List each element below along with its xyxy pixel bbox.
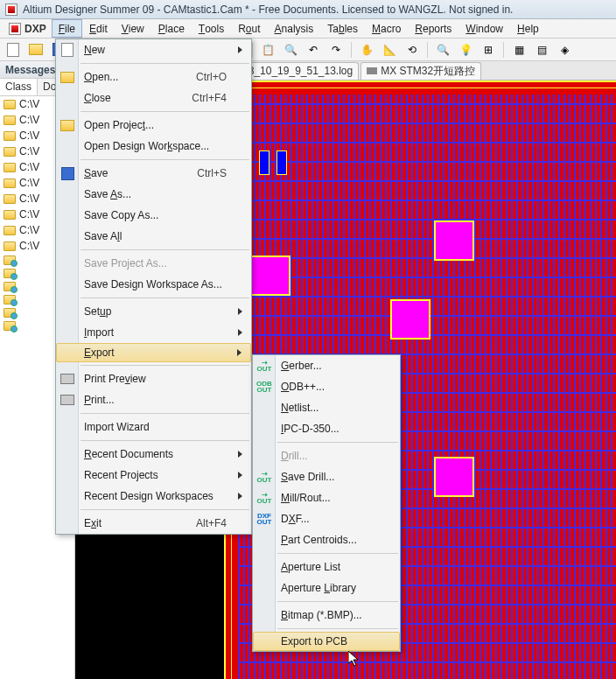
menu-export[interactable]: Export (56, 343, 251, 362)
tb-open[interactable] (26, 40, 46, 60)
export-ipc[interactable]: IPC-D-350... (253, 418, 400, 439)
menu-print-preview[interactable]: Print Preview (56, 368, 251, 389)
folder-icon (4, 116, 16, 125)
menu-save-project: Save Project As... (56, 253, 251, 274)
menu-window[interactable]: Window (458, 19, 510, 38)
menu-save-as[interactable]: Save As... (56, 184, 251, 205)
menu-print[interactable]: Print... (56, 389, 251, 410)
menu-tools[interactable]: Tools (192, 19, 231, 38)
dxp-label: DXP (24, 23, 46, 35)
menu-save-all[interactable]: Save All (56, 226, 251, 247)
menu-import[interactable]: Import (56, 322, 251, 343)
menu-edit[interactable]: Edit (82, 19, 115, 38)
menu-close[interactable]: CloseCtrl+F4 (56, 88, 251, 108)
menu-new[interactable]: New (56, 39, 251, 60)
drill-out-icon: ⇢OUT (257, 470, 271, 484)
folder-icon (4, 163, 16, 172)
tb-2[interactable]: 📋 (258, 40, 277, 60)
folder-icon (4, 100, 16, 109)
odb-out-icon: ODBOUT (257, 380, 271, 394)
menu-open[interactable]: Open...Ctrl+O (56, 66, 251, 88)
folder-check-icon (4, 321, 16, 331)
tb-measure[interactable]: 📐 (380, 40, 399, 60)
folder-check-icon (4, 256, 16, 265)
tb-redo[interactable]: ↷ (326, 40, 346, 60)
file-menu: New Open...Ctrl+O CloseCtrl+F4 Open Proj… (55, 38, 252, 535)
folder-check-icon (4, 308, 16, 318)
menu-reports[interactable]: Reports (408, 19, 458, 38)
menu-open-project[interactable]: Open Project... (56, 115, 251, 136)
folder-check-icon (4, 295, 16, 304)
open-icon (60, 70, 74, 84)
app-icon-small (9, 23, 21, 35)
menu-tables[interactable]: Tables (320, 19, 365, 38)
folder-check-icon (4, 269, 16, 278)
tb-zoom[interactable]: 🔍 (433, 40, 452, 60)
export-drill: Drill... (253, 445, 400, 466)
new-file-icon (60, 43, 74, 57)
export-netlist[interactable]: Netlist... (253, 397, 400, 418)
menubar: DXP FFileile Edit View Place Tools Rout … (0, 19, 616, 38)
menu-recent-docs[interactable]: Recent Documents (56, 444, 251, 465)
menu-import-wizard[interactable]: Import Wizard (56, 416, 251, 438)
folder-icon (4, 131, 16, 141)
folder-icon (4, 210, 16, 220)
export-part-centroids[interactable]: Part Centroids... (253, 529, 400, 550)
export-dxf[interactable]: DXFOUTDXF... (253, 508, 400, 529)
menu-macro[interactable]: Macro (365, 19, 408, 38)
menu-recent-projects[interactable]: Recent Projects (56, 465, 251, 486)
tb-hand[interactable]: ✋ (357, 40, 376, 60)
export-odb[interactable]: ODBOUTODB++... (253, 376, 400, 397)
tb-3[interactable]: 🔍 (281, 40, 300, 60)
export-aperture-library[interactable]: Aperture Library (253, 578, 400, 598)
tb-hl[interactable]: 💡 (456, 40, 475, 60)
export-aperture-list[interactable]: Aperture List (253, 556, 400, 578)
submenu-arrow-icon (238, 451, 242, 458)
menu-setup[interactable]: Setup (56, 301, 251, 322)
export-bitmap[interactable]: Bitmap (*.BMP)... (253, 605, 400, 626)
menu-exit[interactable]: ExitAlt+F4 (56, 513, 251, 534)
folder-icon (4, 242, 16, 251)
menu-save-workspace[interactable]: Save Design Workspace As... (56, 274, 251, 295)
tb-sync[interactable]: ⟲ (402, 40, 422, 60)
tb-undo[interactable]: ↶ (304, 40, 323, 60)
menu-open-workspace[interactable]: Open Design Workspace... (56, 136, 251, 157)
menu-rout[interactable]: Rout (231, 19, 267, 38)
export-mill-rout[interactable]: ⇢OUTMill/Rout... (253, 487, 400, 508)
folder-icon (4, 147, 16, 157)
folder-icon (4, 194, 16, 204)
menu-help[interactable]: Help (510, 19, 546, 38)
export-submenu: ⇢OUTGerber... ODBOUTODB++... Netlist... … (252, 354, 401, 652)
menu-file[interactable]: FFileile (52, 19, 82, 38)
window-title: Altium Designer Summer 09 - CAMtastic1.C… (23, 4, 513, 16)
dxp-menu[interactable]: DXP (4, 19, 52, 38)
submenu-arrow-icon (238, 308, 242, 315)
doc-tab-stm32[interactable]: MX STM32开短路控 (360, 62, 481, 80)
menu-analysis[interactable]: Analysis (268, 19, 321, 38)
folder-icon (4, 178, 16, 188)
folder-check-icon (4, 282, 16, 291)
menu-recent-workspaces[interactable]: Recent Design Workspaces (56, 486, 251, 507)
menu-save[interactable]: SaveCtrl+S (56, 163, 251, 184)
tab-class[interactable]: Class (0, 79, 38, 95)
tb-net[interactable]: ⊞ (479, 40, 498, 60)
folder-icon (4, 226, 16, 235)
menu-save-copy[interactable]: Save Copy As... (56, 205, 251, 226)
menu-place[interactable]: Place (151, 19, 192, 38)
export-to-pcb[interactable]: Export to PCB (253, 632, 400, 651)
tb-a3[interactable]: ◈ (555, 40, 574, 60)
save-icon (60, 166, 74, 180)
open-project-icon (60, 118, 74, 132)
export-gerber[interactable]: ⇢OUTGerber... (253, 355, 400, 376)
dxf-out-icon: DXFOUT (257, 512, 271, 526)
menu-view[interactable]: View (115, 19, 151, 38)
export-save-drill[interactable]: ⇢OUTSave Drill... (253, 466, 400, 487)
submenu-arrow-icon (237, 349, 242, 356)
tb-new[interactable] (4, 40, 23, 60)
tb-a2[interactable]: ▤ (532, 40, 551, 60)
submenu-arrow-icon (238, 472, 242, 479)
gerber-out-icon: ⇢OUT (257, 359, 271, 373)
submenu-arrow-icon (238, 329, 242, 336)
tb-a1[interactable]: ▦ (509, 40, 528, 60)
print-preview-icon (60, 372, 74, 386)
